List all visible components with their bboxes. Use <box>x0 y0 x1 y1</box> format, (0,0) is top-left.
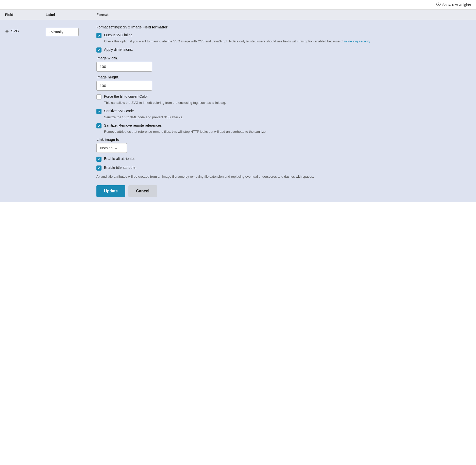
table-header: Field Label Format <box>0 10 476 20</box>
chevron-down-icon: ⌄ <box>65 30 68 34</box>
label-cell: - Visually ⌄ <box>46 25 96 197</box>
apply-dimensions-label: Apply dimensions. <box>104 47 133 52</box>
sanitize-remote-row: Sanitize: Remove remote references Remov… <box>96 123 471 134</box>
enable-alt-checkbox[interactable] <box>96 157 101 162</box>
output-svg-inline-label: Output SVG inline <box>104 33 370 38</box>
sanitize-svg-content: Sanitize SVG code Sanitize the SVG XML c… <box>104 109 183 120</box>
force-fill-label: Force the fill to currentColor <box>104 94 226 99</box>
sanitize-remote-desc: Remove attributes that reference remote … <box>104 129 267 134</box>
link-image-group: Link image to Nothing ⌄ <box>96 138 471 153</box>
column-label: Label <box>46 13 96 17</box>
alt-title-desc: Alt and title attributes will be created… <box>96 174 471 179</box>
link-image-select[interactable]: Nothing ⌄ <box>96 143 127 153</box>
drag-handle-icon[interactable]: ⊕ <box>5 29 9 34</box>
column-format: Format <box>96 13 471 17</box>
field-cell: ⊕ SVG <box>5 25 46 197</box>
image-height-input[interactable] <box>96 81 152 91</box>
visually-select[interactable]: - Visually ⌄ <box>46 28 79 36</box>
image-width-group: Image width. <box>96 56 471 72</box>
format-title-prefix: Format settings: <box>96 25 123 29</box>
table-body: ⊕ SVG - Visually ⌄ Format settings: SVG … <box>0 20 476 202</box>
enable-title-checkbox[interactable] <box>96 165 101 171</box>
image-width-input[interactable] <box>96 62 152 72</box>
force-fill-desc: This can allow the SVG to inherit colori… <box>104 100 226 105</box>
sanitize-svg-row: Sanitize SVG code Sanitize the SVG XML c… <box>96 109 471 120</box>
actions-row: Update Cancel <box>96 185 471 197</box>
sanitize-svg-desc: Sanitize the SVG XML code and prevent XS… <box>104 115 183 120</box>
show-row-weights-label: Show row weights <box>442 3 471 7</box>
apply-dimensions-row: Apply dimensions. <box>96 47 471 53</box>
enable-title-label: Enable title attribute. <box>104 165 137 170</box>
output-svg-inline-desc-plain: Check this option if you want to manipul… <box>104 39 344 43</box>
sanitize-remote-label: Sanitize: Remove remote references <box>104 123 267 128</box>
force-fill-content: Force the fill to currentColor This can … <box>104 94 226 105</box>
inline-svg-security-link[interactable]: inline svg security <box>344 39 370 43</box>
sanitize-svg-label: Sanitize SVG code <box>104 109 183 114</box>
output-svg-inline-desc: Check this option if you want to manipul… <box>104 39 370 44</box>
format-title-bold: SVG Image Field formatter <box>123 25 167 29</box>
output-svg-inline-row: Output SVG inline Check this option if y… <box>96 33 471 44</box>
output-svg-inline-content: Output SVG inline Check this option if y… <box>104 33 370 44</box>
sanitize-remote-content: Sanitize: Remove remote references Remov… <box>104 123 267 134</box>
image-height-label: Image height. <box>96 75 471 79</box>
link-image-select-value: Nothing <box>100 146 112 150</box>
link-image-chevron-icon: ⌄ <box>114 146 117 150</box>
format-cell: Format settings: SVG Image Field formatt… <box>96 25 471 197</box>
eye-icon <box>436 3 441 7</box>
sanitize-svg-checkbox[interactable] <box>96 109 101 114</box>
image-width-label: Image width. <box>96 56 471 60</box>
format-title: Format settings: SVG Image Field formatt… <box>96 25 471 29</box>
apply-dimensions-checkbox[interactable] <box>96 47 101 53</box>
top-bar: Show row weights <box>0 0 476 10</box>
visually-select-value: - Visually <box>49 30 63 34</box>
output-svg-inline-checkbox[interactable] <box>96 33 101 38</box>
show-row-weights-button[interactable]: Show row weights <box>436 3 471 7</box>
field-name: SVG <box>11 29 19 33</box>
column-field: Field <box>5 13 46 17</box>
enable-title-row: Enable title attribute. <box>96 165 471 171</box>
enable-alt-label: Enable alt attribute. <box>104 156 135 161</box>
enable-alt-row: Enable alt attribute. <box>96 156 471 162</box>
update-button[interactable]: Update <box>96 185 125 197</box>
cancel-button[interactable]: Cancel <box>128 185 157 197</box>
svg-point-1 <box>438 4 439 5</box>
force-fill-row: Force the fill to currentColor This can … <box>96 94 471 105</box>
sanitize-remote-checkbox[interactable] <box>96 123 101 128</box>
link-image-label: Link image to <box>96 138 471 142</box>
image-height-group: Image height. <box>96 75 471 91</box>
force-fill-checkbox[interactable] <box>96 94 101 99</box>
